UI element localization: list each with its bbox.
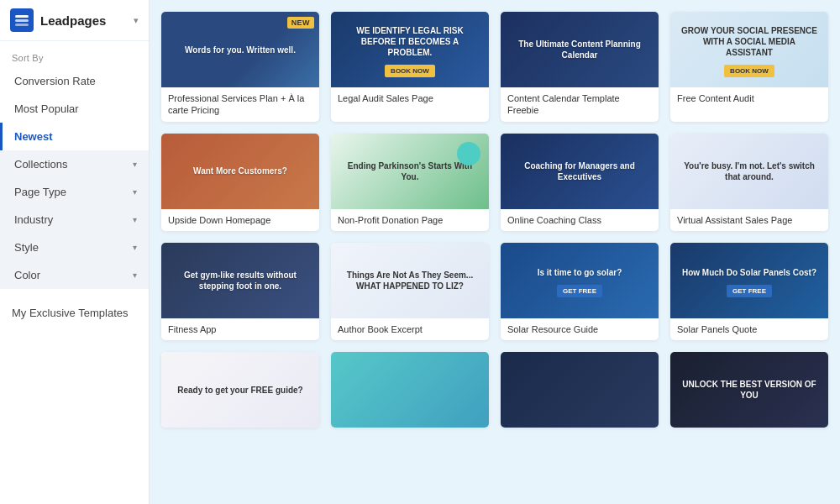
card-thumb-text: Want More Customers? xyxy=(190,162,291,180)
sidebar-item-exclusive-templates[interactable]: My Exclusive Templates xyxy=(0,299,149,327)
template-card[interactable]: WE IDENTIFY LEGAL RISK BEFORE IT BECOMES… xyxy=(331,12,489,122)
template-card[interactable]: The Ultimate Content Planning CalendarCo… xyxy=(501,12,659,122)
template-card[interactable]: Things Are Not As They Seem... WHAT HAPP… xyxy=(331,243,489,340)
template-card[interactable]: GROW YOUR SOCIAL PRESENCE WITH A SOCIAL … xyxy=(670,12,828,122)
template-card[interactable]: Ready to get your FREE guide? xyxy=(161,352,319,428)
svg-rect-2 xyxy=(15,19,29,22)
card-thumbnail: Coaching for Managers and Executives xyxy=(501,134,659,209)
card-thumbnail xyxy=(501,352,659,428)
card-thumb-text: You're busy. I'm not. Let's switch that … xyxy=(675,157,823,186)
leadpages-logo xyxy=(10,8,34,32)
style-chevron-icon: ▾ xyxy=(133,243,137,252)
card-thumbnail: Words for you. Written well.NEW xyxy=(161,12,319,87)
template-card[interactable]: Coaching for Managers and ExecutivesOnli… xyxy=(501,134,659,231)
sidebar-item-label: Most Popular xyxy=(14,102,79,115)
color-label: Color xyxy=(14,269,40,281)
card-thumb-text: Words for you. Written well. xyxy=(181,41,299,59)
thumb-cta-button: GET FREE xyxy=(727,285,772,297)
template-card[interactable]: How Much Do Solar Panels Cost?GET FREESo… xyxy=(670,243,828,340)
card-thumb-text: How Much Do Solar Panels Cost? xyxy=(679,264,820,281)
template-card[interactable]: Is it time to go solar?GET FREESolar Res… xyxy=(501,243,659,340)
template-card[interactable]: Ending Parkinson's Starts With You.Non-P… xyxy=(331,134,489,231)
sidebar-item-label: Newest xyxy=(14,130,53,143)
card-title: Virtual Assistant Sales Page xyxy=(670,209,828,231)
industry-label: Industry xyxy=(14,213,53,226)
card-title: Fitness App xyxy=(161,318,319,340)
card-title: Non-Profit Donation Page xyxy=(331,209,489,231)
card-title: Content Calendar Template Freebie xyxy=(501,87,659,122)
page-type-chevron-icon: ▾ xyxy=(133,187,137,197)
sort-by-label: Sort By xyxy=(0,41,149,67)
exclusive-label: My Exclusive Templates xyxy=(12,307,128,319)
brand-header[interactable]: Leadpages ▾ xyxy=(0,0,149,41)
sidebar-item-most-popular[interactable]: Most Popular xyxy=(0,95,149,123)
template-grid: Words for you. Written well.NEWProfessio… xyxy=(161,12,828,428)
card-title: Online Coaching Class xyxy=(501,209,659,231)
brand-chevron-icon: ▾ xyxy=(134,15,139,26)
card-thumb-text: UNLOCK THE BEST VERSION OF YOU xyxy=(675,375,823,404)
card-title: Solar Panels Quote xyxy=(670,318,828,340)
sidebar-item-style[interactable]: Style ▾ xyxy=(0,234,149,261)
card-thumbnail: Ending Parkinson's Starts With You. xyxy=(331,134,489,209)
sidebar-item-color[interactable]: Color ▾ xyxy=(0,261,149,289)
template-card[interactable]: Want More Customers?Upside Down Homepage xyxy=(161,134,319,231)
card-thumbnail: UNLOCK THE BEST VERSION OF YOU xyxy=(670,352,828,428)
brand-name: Leadpages xyxy=(40,13,127,28)
thumb-decoration xyxy=(457,142,480,165)
thumb-cta-button: BOOK NOW xyxy=(385,65,435,77)
template-card[interactable]: UNLOCK THE BEST VERSION OF YOU xyxy=(670,352,828,428)
template-card[interactable]: You're busy. I'm not. Let's switch that … xyxy=(670,134,828,231)
card-thumb-text: Is it time to go solar? xyxy=(534,264,626,281)
thumb-cta-button: GET FREE xyxy=(557,285,602,297)
card-thumb-text: Ready to get your FREE guide? xyxy=(174,381,306,399)
template-card[interactable]: Words for you. Written well.NEWProfessio… xyxy=(161,12,319,122)
card-thumbnail: Get gym-like results without stepping fo… xyxy=(161,243,319,318)
card-thumbnail: GROW YOUR SOCIAL PRESENCE WITH A SOCIAL … xyxy=(670,12,828,87)
style-label: Style xyxy=(14,241,39,254)
card-thumb-text: Things Are Not As They Seem... WHAT HAPP… xyxy=(336,266,484,295)
sidebar-item-newest[interactable]: Newest xyxy=(0,123,149,150)
card-thumbnail: WE IDENTIFY LEGAL RISK BEFORE IT BECOMES… xyxy=(331,12,489,87)
card-thumbnail: How Much Do Solar Panels Cost?GET FREE xyxy=(670,243,828,318)
sidebar-item-label: Conversion Rate xyxy=(14,75,96,87)
card-thumbnail: You're busy. I'm not. Let's switch that … xyxy=(670,134,828,209)
sidebar: Leadpages ▾ Sort By Conversion Rate Most… xyxy=(0,0,150,504)
sidebar-item-conversion-rate[interactable]: Conversion Rate xyxy=(0,67,149,95)
card-title: Upside Down Homepage xyxy=(161,209,319,231)
card-thumbnail: Things Are Not As They Seem... WHAT HAPP… xyxy=(331,243,489,318)
card-title: Professional Services Plan + À la carte … xyxy=(161,87,319,122)
template-card[interactable]: Get gym-like results without stepping fo… xyxy=(161,243,319,340)
collections-label: Collections xyxy=(14,158,68,171)
svg-rect-3 xyxy=(15,24,29,26)
industry-chevron-icon: ▾ xyxy=(133,215,137,224)
card-title: Solar Resource Guide xyxy=(501,318,659,340)
card-thumbnail xyxy=(331,352,489,428)
card-thumb-text: GROW YOUR SOCIAL PRESENCE WITH A SOCIAL … xyxy=(675,22,823,61)
card-thumb-text: Coaching for Managers and Executives xyxy=(506,157,654,186)
template-card[interactable] xyxy=(331,352,489,428)
collections-chevron-icon: ▾ xyxy=(133,160,137,169)
sidebar-item-collections[interactable]: Collections ▾ xyxy=(0,150,149,178)
card-title: Legal Audit Sales Page xyxy=(331,87,489,109)
card-title: Author Book Excerpt xyxy=(331,318,489,340)
card-thumb-text: Get gym-like results without stepping fo… xyxy=(166,266,314,295)
card-new-badge: NEW xyxy=(287,17,314,29)
card-thumb-text: WE IDENTIFY LEGAL RISK BEFORE IT BECOMES… xyxy=(336,22,484,61)
card-thumb-text: The Ultimate Content Planning Calendar xyxy=(506,35,654,64)
card-thumbnail: Is it time to go solar?GET FREE xyxy=(501,243,659,318)
card-thumbnail: The Ultimate Content Planning Calendar xyxy=(501,12,659,87)
sidebar-item-industry[interactable]: Industry ▾ xyxy=(0,206,149,234)
svg-rect-1 xyxy=(15,15,29,18)
template-grid-container: Words for you. Written well.NEWProfessio… xyxy=(150,0,840,504)
page-type-label: Page Type xyxy=(14,186,66,198)
thumb-cta-button: BOOK NOW xyxy=(724,65,774,77)
color-chevron-icon: ▾ xyxy=(133,270,137,280)
sidebar-item-page-type[interactable]: Page Type ▾ xyxy=(0,178,149,206)
card-thumbnail: Want More Customers? xyxy=(161,134,319,209)
template-card[interactable] xyxy=(501,352,659,428)
card-thumbnail: Ready to get your FREE guide? xyxy=(161,352,319,428)
card-title: Free Content Audit xyxy=(670,87,828,109)
